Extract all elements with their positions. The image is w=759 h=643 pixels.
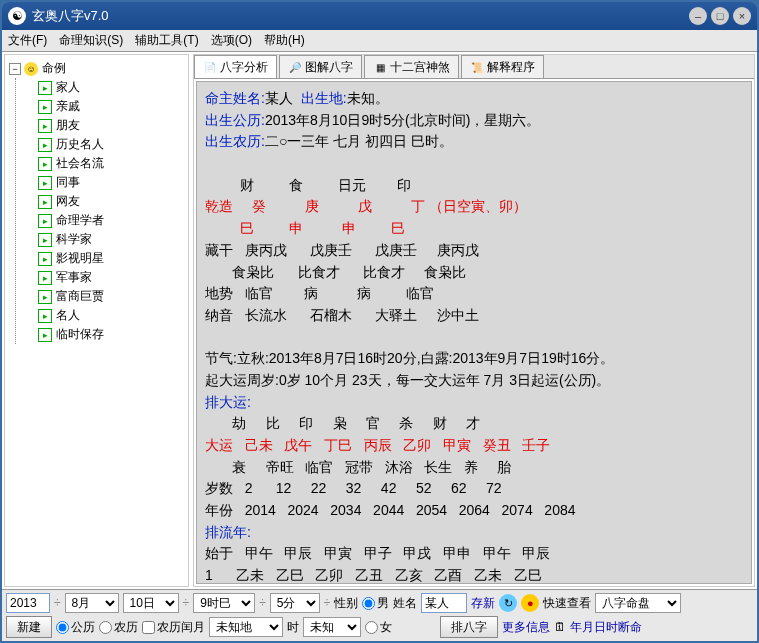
refresh-icon[interactable]: ↻ bbox=[499, 594, 517, 612]
tree-root[interactable]: − ☺ 命例 bbox=[9, 59, 186, 78]
smile-icon: ☺ bbox=[24, 62, 38, 76]
tree-item-label: 富商巨贾 bbox=[56, 288, 104, 305]
tree-root-label: 命例 bbox=[42, 60, 66, 77]
quick-view-label: 快速查看 bbox=[543, 595, 591, 612]
app-title: 玄奥八字v7.0 bbox=[32, 7, 685, 25]
tab-diagram[interactable]: 🔎图解八字 bbox=[279, 55, 362, 78]
minute-select[interactable]: 5分 bbox=[270, 593, 320, 613]
sex-male-radio[interactable] bbox=[362, 597, 375, 610]
titlebar: ☯ 玄奥八字v7.0 – □ × bbox=[2, 2, 757, 30]
shi-select[interactable]: 未知 bbox=[303, 617, 361, 637]
app-icon: ☯ bbox=[8, 7, 26, 25]
tab-bazi-analysis[interactable]: 📄八字分析 bbox=[194, 55, 277, 78]
tree-item[interactable]: ▸影视明星 bbox=[38, 249, 186, 268]
day-select[interactable]: 10日 bbox=[123, 593, 179, 613]
tree-item[interactable]: ▸历史名人 bbox=[38, 135, 186, 154]
tree-item-label: 名人 bbox=[56, 307, 80, 324]
maximize-button[interactable]: □ bbox=[711, 7, 729, 25]
new-button[interactable]: 新建 bbox=[6, 616, 52, 638]
folder-icon: ▸ bbox=[38, 176, 52, 190]
tree-item-label: 同事 bbox=[56, 174, 80, 191]
tree-item-label: 临时保存 bbox=[56, 326, 104, 343]
tree-item-label: 亲戚 bbox=[56, 98, 80, 115]
menu-tools[interactable]: 辅助工具(T) bbox=[135, 32, 198, 49]
cal-gongli-radio[interactable] bbox=[56, 621, 69, 634]
close-button[interactable]: × bbox=[733, 7, 751, 25]
tree-item[interactable]: ▸社会名流 bbox=[38, 154, 186, 173]
doc-icon: 📄 bbox=[203, 60, 217, 74]
tree-item[interactable]: ▸朋友 bbox=[38, 116, 186, 135]
tab-explain[interactable]: 📜解释程序 bbox=[461, 55, 544, 78]
hour-select[interactable]: 9时巳 bbox=[193, 593, 255, 613]
more-info-link[interactable]: 更多信息 bbox=[502, 619, 550, 636]
folder-icon: ▸ bbox=[38, 138, 52, 152]
tree-item[interactable]: ▸家人 bbox=[38, 78, 186, 97]
name-input[interactable] bbox=[421, 593, 467, 613]
paibazi-button[interactable]: 排八字 bbox=[440, 616, 498, 638]
tree-item[interactable]: ▸网友 bbox=[38, 192, 186, 211]
folder-icon: ▸ bbox=[38, 233, 52, 247]
tree-item[interactable]: ▸名人 bbox=[38, 306, 186, 325]
tree-item[interactable]: ▸富商巨贾 bbox=[38, 287, 186, 306]
folder-icon: ▸ bbox=[38, 119, 52, 133]
tree-item-label: 影视明星 bbox=[56, 250, 104, 267]
menubar: 文件(F) 命理知识(S) 辅助工具(T) 选项(O) 帮助(H) bbox=[2, 30, 757, 52]
tabs: 📄八字分析 🔎图解八字 ▦十二宫神煞 📜解释程序 bbox=[194, 55, 754, 79]
tree-item-label: 网友 bbox=[56, 193, 80, 210]
folder-icon: ▸ bbox=[38, 271, 52, 285]
folder-icon: ▸ bbox=[38, 214, 52, 228]
tree-item-label: 科学家 bbox=[56, 231, 92, 248]
tree-item[interactable]: ▸军事家 bbox=[38, 268, 186, 287]
tree-item[interactable]: ▸科学家 bbox=[38, 230, 186, 249]
tree-item-label: 社会名流 bbox=[56, 155, 104, 172]
folder-icon: ▸ bbox=[38, 100, 52, 114]
tree-item[interactable]: ▸亲戚 bbox=[38, 97, 186, 116]
tree-item-label: 朋友 bbox=[56, 117, 80, 134]
year-input[interactable] bbox=[6, 593, 50, 613]
menu-knowledge[interactable]: 命理知识(S) bbox=[59, 32, 123, 49]
script-icon: 📜 bbox=[470, 60, 484, 74]
folder-icon: ▸ bbox=[38, 328, 52, 342]
tree-item[interactable]: ▸命理学者 bbox=[38, 211, 186, 230]
tree-item-label: 军事家 bbox=[56, 269, 92, 286]
calendar-icon: 🗓 bbox=[554, 620, 566, 634]
document-area: 命主姓名:某人 出生地:未知。 出生公历:2013年8月10日9时5分(北京时间… bbox=[196, 81, 752, 584]
leap-month-check[interactable] bbox=[142, 621, 155, 634]
tab-twelve-palace[interactable]: ▦十二宫神煞 bbox=[364, 55, 459, 78]
folder-icon: ▸ bbox=[38, 252, 52, 266]
tree-item[interactable]: ▸同事 bbox=[38, 173, 186, 192]
sex-label: 性别 bbox=[334, 595, 358, 612]
area-select[interactable]: 未知地 bbox=[209, 617, 283, 637]
menu-options[interactable]: 选项(O) bbox=[211, 32, 252, 49]
tree-item[interactable]: ▸临时保存 bbox=[38, 325, 186, 344]
shi-label: 时 bbox=[287, 619, 299, 636]
tree-item-label: 家人 bbox=[56, 79, 80, 96]
minimize-button[interactable]: – bbox=[689, 7, 707, 25]
grid-icon: ▦ bbox=[373, 60, 387, 74]
quick-view-select[interactable]: 八字命盘 bbox=[595, 593, 681, 613]
sidebar-tree: − ☺ 命例 ▸家人▸亲戚▸朋友▸历史名人▸社会名流▸同事▸网友▸命理学者▸科学… bbox=[4, 54, 189, 587]
tree-item-label: 命理学者 bbox=[56, 212, 104, 229]
folder-icon: ▸ bbox=[38, 157, 52, 171]
bottom-toolbar: ÷ 8月 10日÷ 9时巳÷ 5分÷ 性别 男 姓名 存新 ↻ ● 快速查看 八… bbox=[2, 589, 757, 641]
warn-icon[interactable]: ● bbox=[521, 594, 539, 612]
name-label: 姓名 bbox=[393, 595, 417, 612]
chart-icon: 🔎 bbox=[288, 60, 302, 74]
tree-item-label: 历史名人 bbox=[56, 136, 104, 153]
save-new-link[interactable]: 存新 bbox=[471, 595, 495, 612]
folder-icon: ▸ bbox=[38, 309, 52, 323]
folder-icon: ▸ bbox=[38, 195, 52, 209]
folder-icon: ▸ bbox=[38, 290, 52, 304]
menu-file[interactable]: 文件(F) bbox=[8, 32, 47, 49]
folder-icon: ▸ bbox=[38, 81, 52, 95]
cal-nongli-radio[interactable] bbox=[99, 621, 112, 634]
menu-help[interactable]: 帮助(H) bbox=[264, 32, 305, 49]
month-select[interactable]: 8月 bbox=[65, 593, 119, 613]
collapse-icon[interactable]: − bbox=[9, 63, 21, 75]
sex-female-radio[interactable] bbox=[365, 621, 378, 634]
year-month-day-link[interactable]: 年月日时断命 bbox=[570, 619, 642, 636]
